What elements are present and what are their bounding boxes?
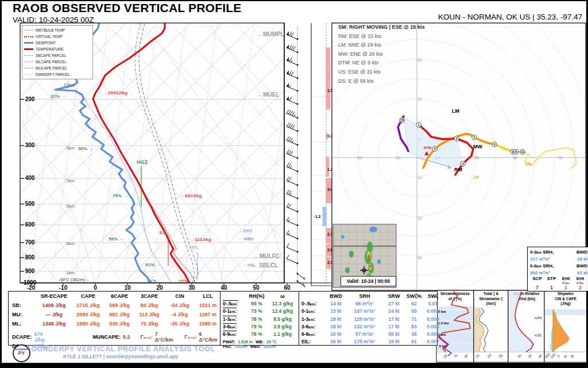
legend-line-sample <box>24 55 33 56</box>
storm-motion-line-1: RM: ESE @ 15 kts <box>338 33 425 43</box>
srh-index-value: 7 <box>530 285 544 290</box>
mini-panel-title: Streamwise ζ <box>479 297 503 301</box>
dcape-label: DCAPE: <box>12 334 32 340</box>
shear-header: SRH <box>346 293 383 301</box>
shear-cell: 29 kt <box>326 316 346 324</box>
shear-cell: 19 kt <box>383 339 405 346</box>
wind-barb <box>287 31 298 40</box>
legend-line-sample <box>24 68 33 68</box>
hodo-point-label: RM <box>454 167 462 172</box>
moisture-footer-item: WB: <box>256 340 264 344</box>
srh-row: 360 m²/s²43 kt <box>530 269 587 276</box>
level-label: -LFC <box>534 316 542 320</box>
mini-panel-2: Storm RelativeWind (kts)203040-LFC-LCL <box>508 290 544 362</box>
barb-feather <box>287 177 289 181</box>
thermo-cell: 1197 m <box>195 312 220 321</box>
shear-cell: 14 kt <box>326 301 346 308</box>
moisture-header: ω <box>267 293 298 301</box>
radar-echo <box>369 227 377 232</box>
wind-barb <box>287 255 298 264</box>
shear-cell: 0.01 <box>423 301 443 308</box>
barb-feather <box>291 72 294 76</box>
skewt-annotation: HGZ <box>137 159 148 165</box>
legend-item-label: DEWPOINT <box>36 41 56 45</box>
pressure-tick-label: 300 <box>25 142 35 148</box>
barb-feather <box>288 178 291 182</box>
moisture-w-value: 1.1 g/kg <box>267 331 298 339</box>
wind-barb <box>287 123 298 132</box>
thermo-cell: -34 J/kg <box>164 302 195 312</box>
temp-axis-tick-label: 30 <box>188 285 195 291</box>
moisture-footer-item: 3000m <box>264 344 276 348</box>
shear-table: BWDSRHSRWSWζ%SWζ0-.5ₖₘ:14 kt66 m²/s²27 k… <box>299 291 438 346</box>
srh-index-value: 1 <box>544 285 559 290</box>
srh-cell: 43 kt <box>577 270 587 275</box>
moisture-header: RH(%) <box>246 293 267 301</box>
barb-feather <box>289 45 292 49</box>
thermo-cell: 84 J/kg <box>134 302 164 312</box>
pressure-tick-label: 200 <box>25 96 35 102</box>
skewt-legend: WETBULB TEMPVIRTUAL TEMPDEWPOINTTEMPERAT… <box>22 25 93 79</box>
lapse-rate-0-3-value: 7 Δ°C/km <box>155 331 176 343</box>
mini-panel-title: (/sec) <box>486 301 496 306</box>
wind-barb <box>287 44 298 53</box>
barb-feather <box>287 150 289 154</box>
hodo-height-marker: 5 <box>472 135 477 140</box>
moisture-header <box>220 293 246 301</box>
border-strip <box>0 363 588 368</box>
barb-feather <box>287 137 289 141</box>
hodo-marker-number: 5 <box>473 136 475 139</box>
pressure-tick-label: 700 <box>25 239 35 246</box>
radar-echo <box>370 264 372 268</box>
srh-index-values: 7112 <box>530 285 587 290</box>
srh-summary-box: 0-3ₖₘ SRH,BWD227 m²/s²28 kt0-6ₖₘ SRH,BWD… <box>527 247 588 292</box>
lapse-rate-3-6-label: Γ₃₋₆: <box>184 334 196 340</box>
hodo-ring-label: 50 <box>417 256 422 260</box>
stepwise-shading <box>545 309 586 315</box>
srh-cell: 28 kt <box>577 256 587 262</box>
hodo-ring-label: 10 <box>417 176 422 180</box>
barb-staff <box>287 181 297 185</box>
barb-feather <box>292 112 295 116</box>
thermo-header <box>9 293 36 302</box>
shear-cell: 0.001 <box>423 331 443 339</box>
radar-echo <box>345 267 350 273</box>
skewt-annotation: 56% → <box>109 236 123 241</box>
wind-barb <box>287 150 298 159</box>
shear-cell: 17 kt <box>383 316 405 324</box>
barb-feather <box>289 32 292 36</box>
temp-axis-tick-label: 40 <box>220 285 227 291</box>
shear-cell: 18 kt <box>326 324 346 331</box>
skewt-annotation: ←113J/kg <box>190 237 211 242</box>
thermo-grid: SR-ECAPECAPE6CAPE3CAPECINLCLSB:1409 J/kg… <box>9 293 220 330</box>
moisture-rh-value: 73 % <box>246 308 267 316</box>
srh-cell: BWD <box>577 263 587 269</box>
thermo-cell: -35 J/kg <box>164 321 195 330</box>
pressure-tick-label: 500 <box>25 201 35 207</box>
legend-item: TEMPERATURE <box>24 46 91 52</box>
temp-axis-tick-label: 60 <box>284 285 291 291</box>
mini-panel-1: Total ζ &Streamwise ζ(/sec).01.03.05 <box>474 290 508 362</box>
thermo-cell: 569 J/kg <box>105 302 134 312</box>
shear-cell: 17 kt <box>383 324 405 331</box>
thermo-row-label: ML: <box>9 321 36 330</box>
height-tick-label: 7km <box>66 178 75 183</box>
pressure-tick-label: 800 <box>25 254 35 260</box>
hodo-height-marker: 6 <box>492 142 497 147</box>
shear-cell: 55 <box>405 308 423 316</box>
thermo-cell: 1348 J/kg <box>36 321 72 330</box>
moisture-w-value: 3.5 g/kg <box>267 324 298 331</box>
thermo-cell: 75 J/kg <box>134 321 164 330</box>
hodo-marker-number: 11 <box>521 150 524 154</box>
skewt-annotation: 22% → <box>51 94 65 99</box>
legend-item-label: DWNDRFT PARCEL <box>36 72 70 76</box>
wind-barb <box>287 96 298 105</box>
moisture-row-label: 6-9ₖₘ: <box>220 331 246 339</box>
thermo-header: CAPE <box>72 293 105 302</box>
skewt-annotation: ←682J/kg <box>180 193 202 198</box>
srh-cell: 227 m²/s² <box>530 256 550 262</box>
thermo-header: 3CAPE <box>134 293 164 302</box>
barb-feather <box>287 190 289 194</box>
barb-staff <box>287 234 297 239</box>
shear-header <box>299 293 326 301</box>
